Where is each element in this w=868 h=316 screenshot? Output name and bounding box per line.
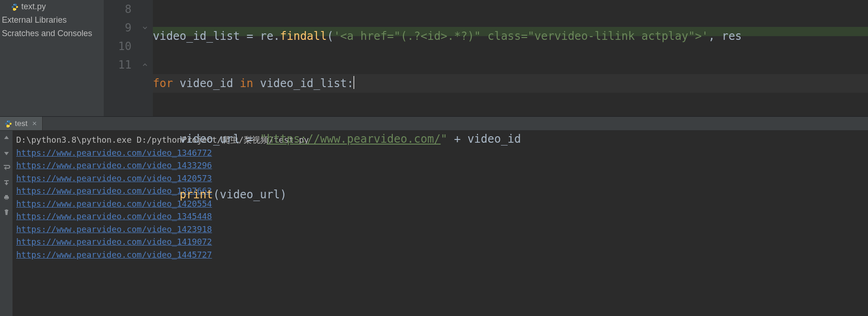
code-line-8[interactable]: video_id_list = re.findall('<a href="(.?… [153, 27, 868, 36]
soft-wrap-icon[interactable] [1, 162, 12, 173]
project-sidebar[interactable]: text.py External Libraries Scratches and… [0, 0, 104, 116]
svg-point-3 [9, 126, 10, 126]
run-tab-label: test [15, 119, 27, 128]
sidebar-external-libraries[interactable]: External Libraries [0, 13, 104, 27]
console-url-link[interactable]: https://www.pearvideo.com/video_1445727 [16, 250, 212, 259]
gutter-line-9[interactable]: 9 [104, 19, 153, 37]
code-region: 8 8 9 10 11 video_id_list = re.finda [104, 0, 868, 241]
run-tab-test[interactable]: test × [0, 117, 43, 130]
python-file-icon [11, 3, 19, 11]
editor-area: 8 8 9 10 11 video_id_list = re.finda [104, 0, 868, 116]
code-content[interactable]: video_id_list = re.findall('<a href="(.?… [153, 0, 868, 241]
svg-point-2 [7, 121, 8, 122]
fold-close-icon[interactable] [142, 62, 148, 68]
svg-point-1 [15, 9, 16, 10]
sidebar-scratches[interactable]: Scratches and Consoles [0, 27, 104, 40]
code-line-9[interactable]: for video_id in video_id_list: [153, 74, 868, 93]
sidebar-scratches-label: Scratches and Consoles [2, 29, 92, 38]
code-line-10[interactable]: video_url = "https://www.pearvideo.com/"… [153, 130, 868, 148]
svg-point-0 [13, 4, 14, 5]
down-arrow-icon[interactable] [1, 147, 12, 158]
sidebar-file-text-py[interactable]: text.py [0, 0, 104, 13]
close-icon[interactable]: × [30, 119, 37, 128]
python-run-icon [5, 120, 12, 127]
run-toolbar [0, 131, 13, 316]
up-arrow-icon[interactable] [1, 133, 12, 144]
gutter-line-10[interactable]: 10 [104, 37, 153, 56]
print-icon[interactable] [1, 192, 12, 203]
sidebar-external-libraries-label: External Libraries [2, 15, 67, 25]
gutter-line-8[interactable]: 8 [104, 0, 153, 19]
scroll-to-end-icon[interactable] [1, 177, 12, 188]
code-line-11[interactable]: print(video_url) [153, 185, 868, 204]
top-area: text.py External Libraries Scratches and… [0, 0, 868, 116]
fold-open-icon[interactable] [142, 25, 148, 31]
gutter-line-11[interactable]: 11 [104, 56, 153, 74]
svg-rect-5 [5, 195, 8, 196]
caret [353, 76, 354, 89]
svg-rect-6 [5, 198, 8, 200]
trash-icon[interactable] [1, 207, 12, 218]
sidebar-file-label: text.py [21, 2, 46, 12]
console-line: https://www.pearvideo.com/video_1445727 [16, 248, 864, 261]
